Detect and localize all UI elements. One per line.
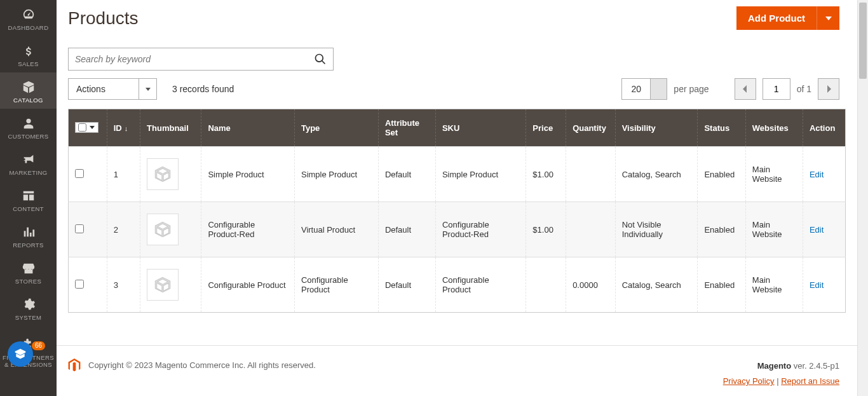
col-sku[interactable]: SKU bbox=[435, 109, 526, 147]
prev-page-button[interactable] bbox=[735, 78, 756, 100]
footer-sep: | bbox=[775, 376, 782, 386]
scrollbar-thumb[interactable] bbox=[859, 3, 867, 79]
sort-desc-icon: ↓ bbox=[125, 125, 128, 132]
cell-thumbnail bbox=[140, 147, 201, 202]
cell-quantity bbox=[566, 147, 615, 202]
edit-link[interactable]: Edit bbox=[810, 225, 824, 235]
cell-id: 3 bbox=[107, 257, 140, 313]
row-checkbox[interactable] bbox=[75, 224, 84, 233]
page-footer: Copyright © 2023 Magento Commerce Inc. A… bbox=[57, 345, 857, 396]
grid-header-row: ID↓ Thumbnail Name Type Attribute Set SK… bbox=[69, 109, 846, 147]
magento-logo-icon bbox=[68, 358, 81, 372]
cell-status: Enabled bbox=[698, 257, 745, 313]
add-product-button[interactable]: Add Product bbox=[736, 6, 817, 30]
row-checkbox[interactable] bbox=[75, 169, 84, 178]
add-product-dropdown[interactable] bbox=[817, 6, 839, 30]
cell-id: 1 bbox=[107, 147, 140, 202]
col-price[interactable]: Price bbox=[526, 109, 566, 147]
select-all-checkbox[interactable] bbox=[78, 123, 86, 132]
cell-name: Configurable Product bbox=[201, 257, 295, 313]
nav-marketing[interactable]: MARKETING bbox=[0, 145, 57, 181]
nav-dashboard[interactable]: DASHBOARD bbox=[0, 0, 57, 36]
dollar-icon bbox=[22, 44, 36, 58]
cell-type: Simple Product bbox=[294, 147, 378, 202]
privacy-link[interactable]: Privacy Policy bbox=[723, 376, 775, 386]
box-icon bbox=[22, 80, 36, 94]
search-toolbar bbox=[57, 41, 857, 78]
report-issue-link[interactable]: Report an Issue bbox=[781, 376, 839, 386]
cell-sku: Simple Product bbox=[435, 147, 526, 202]
search-icon bbox=[314, 53, 327, 65]
add-product-group: Add Product bbox=[736, 6, 839, 30]
per-page-toggle[interactable] bbox=[650, 79, 667, 99]
nav-customers[interactable]: CUSTOMERS bbox=[0, 109, 57, 145]
col-quantity[interactable]: Quantity bbox=[566, 109, 615, 147]
col-attribute-set[interactable]: Attribute Set bbox=[378, 109, 435, 147]
nav-system[interactable]: SYSTEM bbox=[0, 290, 57, 326]
edit-link[interactable]: Edit bbox=[810, 280, 824, 290]
nav-content[interactable]: CONTENT bbox=[0, 181, 57, 217]
row-checkbox[interactable] bbox=[75, 280, 84, 289]
gauge-icon bbox=[22, 8, 36, 22]
col-websites[interactable]: Websites bbox=[745, 109, 803, 147]
cell-type: Configurable Product bbox=[294, 257, 378, 313]
table-row[interactable]: 1Simple ProductSimple ProductDefaultSimp… bbox=[69, 147, 846, 202]
cell-websites: Main Website bbox=[745, 202, 803, 257]
next-page-button[interactable] bbox=[818, 78, 839, 100]
nav-reports[interactable]: REPORTS bbox=[0, 217, 57, 254]
edit-link[interactable]: Edit bbox=[810, 170, 824, 179]
left-sidebar: DASHBOARD SALES CATALOG CUSTOMERS MARKET… bbox=[0, 0, 57, 396]
cell-attribute-set: Default bbox=[378, 147, 435, 202]
nav-label: STORES bbox=[15, 278, 41, 285]
cell-attribute-set: Default bbox=[378, 257, 435, 313]
col-thumbnail[interactable]: Thumbnail bbox=[140, 109, 201, 147]
bar-chart-icon bbox=[22, 225, 36, 239]
bulk-actions-dropdown[interactable]: Actions bbox=[68, 78, 157, 100]
cell-name: Simple Product bbox=[201, 147, 295, 202]
store-icon bbox=[22, 261, 36, 275]
table-row[interactable]: 2Configurable Product-RedVirtual Product… bbox=[69, 202, 846, 257]
nav-label: CUSTOMERS bbox=[8, 133, 48, 140]
nav-sales[interactable]: SALES bbox=[0, 36, 57, 72]
chevron-down-icon bbox=[825, 17, 832, 20]
search-button[interactable] bbox=[308, 48, 333, 70]
cell-thumbnail bbox=[140, 257, 201, 313]
layout-icon bbox=[22, 189, 36, 203]
chevron-down-icon bbox=[146, 88, 151, 91]
nav-label: SYSTEM bbox=[15, 314, 41, 321]
help-float-button[interactable] bbox=[8, 341, 33, 367]
cell-status: Enabled bbox=[698, 202, 745, 257]
nav-catalog[interactable]: CATALOG bbox=[0, 72, 57, 109]
table-row[interactable]: 3Configurable ProductConfigurable Produc… bbox=[69, 257, 846, 313]
col-type[interactable]: Type bbox=[294, 109, 378, 147]
per-page-value: 20 bbox=[622, 79, 650, 99]
col-select-all[interactable] bbox=[69, 109, 107, 147]
cell-price: $1.00 bbox=[526, 202, 566, 257]
col-name[interactable]: Name bbox=[201, 109, 295, 147]
page-title: Products bbox=[68, 8, 139, 29]
nav-stores[interactable]: STORES bbox=[0, 254, 57, 290]
placeholder-image-icon bbox=[147, 214, 179, 245]
brand-text: Magento bbox=[757, 361, 791, 371]
col-visibility[interactable]: Visibility bbox=[615, 109, 698, 147]
page-of-label: of 1 bbox=[797, 84, 811, 94]
page-input[interactable] bbox=[763, 78, 790, 100]
nav-label: MARKETING bbox=[9, 169, 47, 176]
chevron-left-icon bbox=[742, 85, 749, 93]
search-input[interactable] bbox=[69, 54, 308, 64]
per-page-dropdown[interactable]: 20 bbox=[621, 78, 667, 100]
nav-label: DASHBOARD bbox=[8, 24, 49, 31]
cell-websites: Main Website bbox=[745, 257, 803, 313]
col-id[interactable]: ID↓ bbox=[107, 109, 140, 147]
records-found: 3 records found bbox=[172, 84, 234, 94]
placeholder-image-icon bbox=[147, 158, 179, 190]
col-action[interactable]: Action bbox=[803, 109, 845, 147]
nav-label: REPORTS bbox=[13, 242, 44, 249]
cell-visibility: Not Visible Individually bbox=[615, 202, 698, 257]
bulk-actions-toggle[interactable] bbox=[139, 79, 156, 99]
vertical-scrollbar[interactable] bbox=[857, 0, 868, 396]
chevron-down-icon bbox=[90, 126, 95, 129]
col-status[interactable]: Status bbox=[698, 109, 745, 147]
gear-icon bbox=[22, 297, 36, 311]
cell-sku: Configurable Product-Red bbox=[435, 202, 526, 257]
